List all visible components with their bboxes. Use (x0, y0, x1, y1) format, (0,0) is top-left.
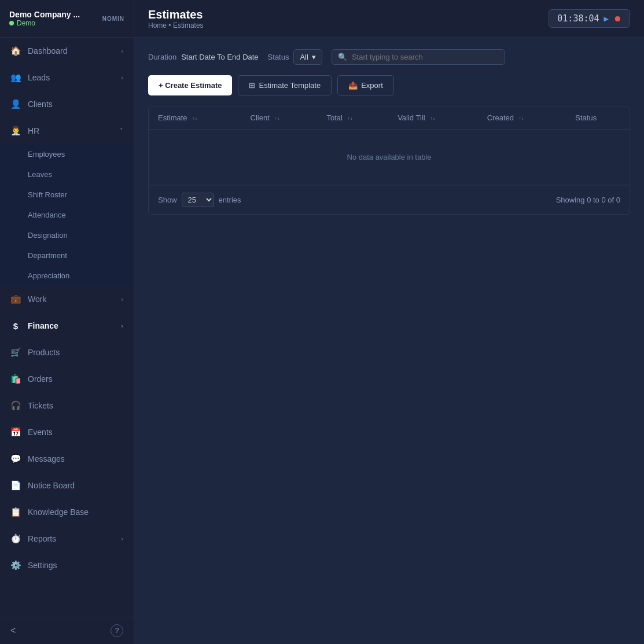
sidebar-item-label: Products (28, 348, 123, 357)
status-dropdown[interactable]: All ▾ (293, 49, 322, 65)
dropdown-chevron-icon: ▾ (312, 53, 316, 61)
sidebar-item-shift-roster[interactable]: Shift Roster (0, 185, 134, 205)
estimates-table: Estimate ↑↓ Client ↑↓ Total ↑↓ Valid T (149, 106, 630, 185)
chevron-down-icon: ˅ (120, 127, 123, 135)
orders-icon: 🛍️ (10, 374, 21, 384)
timer-stop-icon[interactable]: ⏺ (613, 14, 621, 23)
col-status[interactable]: Status (566, 106, 630, 130)
chevron-right-icon: › (121, 535, 123, 542)
sidebar-item-appreciation[interactable]: Appreciation (0, 266, 134, 286)
sidebar-item-department[interactable]: Department (0, 245, 134, 266)
sidebar-item-leads[interactable]: 👥 Leads › (0, 64, 134, 91)
sidebar-item-knowledge-base[interactable]: 📋 Knowledge Base (0, 499, 134, 525)
no-data-row: No data available in table (149, 130, 630, 185)
estimate-template-label: Estimate Template (259, 81, 321, 90)
filter-status: Status All ▾ (268, 49, 322, 65)
col-estimate[interactable]: Estimate ↑↓ (149, 106, 241, 130)
timer-display[interactable]: 01:38:04 ▶ ⏺ (549, 9, 630, 28)
demo-label: Demo (9, 19, 80, 27)
timer-play-icon[interactable]: ▶ (604, 14, 609, 23)
settings-icon: ⚙️ (10, 560, 21, 571)
company-name: Demo Company ... (9, 10, 80, 19)
reports-icon: ⏱️ (10, 533, 21, 544)
sidebar-item-work[interactable]: 💼 Work › (0, 286, 134, 312)
search-box[interactable]: 🔍 (332, 49, 505, 65)
collapse-button[interactable]: < (10, 625, 16, 636)
sidebar-item-label: Knowledge Base (28, 507, 123, 517)
sidebar-item-orders[interactable]: 🛍️ Orders (0, 366, 134, 392)
sidebar-item-messages[interactable]: 💬 Messages (0, 446, 134, 472)
col-created[interactable]: Created ↑↓ (478, 106, 566, 130)
sidebar-item-tickets[interactable]: 🎧 Tickets (0, 392, 134, 419)
no-data-message: No data available in table (149, 130, 630, 185)
status-value: All (300, 53, 308, 61)
chevron-right-icon: › (121, 296, 123, 303)
topbar-right: 01:38:04 ▶ ⏺ (549, 9, 630, 28)
sidebar-item-hr[interactable]: 👨‍💼 HR ˅ (0, 117, 134, 144)
messages-icon: 💬 (10, 454, 21, 464)
create-estimate-label: + Create Estimate (159, 81, 222, 90)
showing-info: Showing 0 to 0 of 0 (556, 196, 620, 204)
breadcrumb: Home • Estimates (148, 21, 204, 30)
sidebar-item-employees[interactable]: Employees (0, 144, 134, 164)
sidebar-item-label: Settings (28, 561, 123, 570)
sort-icon: ↑↓ (430, 116, 435, 121)
table-header-row: Estimate ↑↓ Client ↑↓ Total ↑↓ Valid T (149, 106, 630, 130)
sidebar-item-label: Messages (28, 454, 123, 463)
search-icon: 🔍 (338, 53, 347, 61)
sidebar-item-clients[interactable]: 👤 Clients (0, 91, 134, 117)
page-title: Estimates (148, 8, 204, 21)
sidebar-item-events[interactable]: 📅 Events (0, 419, 134, 446)
col-total[interactable]: Total ↑↓ (317, 106, 388, 130)
help-button[interactable]: ? (111, 624, 123, 637)
products-icon: 🛒 (10, 347, 21, 358)
leads-icon: 👥 (10, 72, 21, 83)
chevron-right-icon: › (121, 47, 123, 54)
sidebar-item-finance[interactable]: $ Finance › (0, 312, 134, 339)
sort-icon: ↑↓ (348, 116, 353, 121)
sidebar-item-label: Clients (28, 100, 123, 109)
breadcrumb-separator: • (168, 21, 173, 30)
estimate-template-button[interactable]: ⊞ Estimate Template (238, 75, 332, 95)
sidebar-item-label: Reports (28, 534, 114, 543)
topbar-title-area: Estimates Home • Estimates (148, 8, 204, 30)
clients-icon: 👤 (10, 99, 21, 109)
sidebar-item-leaves[interactable]: Leaves (0, 164, 134, 185)
show-label: Show (158, 196, 177, 204)
status-dot (9, 21, 14, 25)
timer-value: 01:38:04 (557, 13, 599, 24)
col-client[interactable]: Client ↑↓ (241, 106, 318, 130)
chevron-right-icon: › (121, 74, 123, 81)
sidebar-item-dashboard[interactable]: 🏠 Dashboard › (0, 38, 134, 64)
export-button[interactable]: 📤 Export (337, 75, 394, 95)
sidebar-item-products[interactable]: 🛒 Products (0, 339, 134, 366)
events-icon: 📅 (10, 427, 21, 437)
sidebar-item-label: Leads (28, 73, 114, 82)
filter-duration: Duration Start Date To End Date (148, 53, 259, 61)
sort-icon: ↑↓ (519, 116, 524, 121)
sidebar-item-reports[interactable]: ⏱️ Reports › (0, 525, 134, 552)
sidebar-bottom: < ? (0, 617, 134, 644)
sidebar-item-notice-board[interactable]: 📄 Notice Board (0, 472, 134, 499)
entries-select[interactable]: 25 50 100 (182, 193, 214, 207)
work-icon: 💼 (10, 294, 21, 304)
search-input[interactable] (352, 53, 499, 61)
sort-icon: ↑↓ (274, 116, 279, 121)
sidebar-item-attendance[interactable]: Attendance (0, 205, 134, 225)
export-label: Export (361, 81, 383, 90)
duration-label: Duration (148, 53, 176, 61)
create-estimate-button[interactable]: + Create Estimate (148, 75, 232, 95)
content-area: Duration Start Date To End Date Status A… (134, 38, 644, 644)
sidebar-logo[interactable]: Demo Company ... Demo NOMIN (0, 0, 134, 38)
main-content: Estimates Home • Estimates 01:38:04 ▶ ⏺ … (134, 0, 644, 644)
sidebar-item-label: Events (28, 428, 123, 437)
breadcrumb-current: Estimates (173, 21, 204, 30)
breadcrumb-home: Home (148, 21, 167, 30)
table-footer: Show 25 50 100 entries Showing 0 to 0 of… (149, 185, 630, 214)
sidebar-item-designation[interactable]: Designation (0, 225, 134, 245)
col-valid-till[interactable]: Valid Till ↑↓ (388, 106, 478, 130)
action-buttons: + Create Estimate ⊞ Estimate Template 📤 … (148, 75, 630, 95)
status-label: Status (268, 53, 289, 61)
sidebar-item-settings[interactable]: ⚙️ Settings (0, 552, 134, 579)
chevron-right-icon: › (121, 322, 123, 329)
